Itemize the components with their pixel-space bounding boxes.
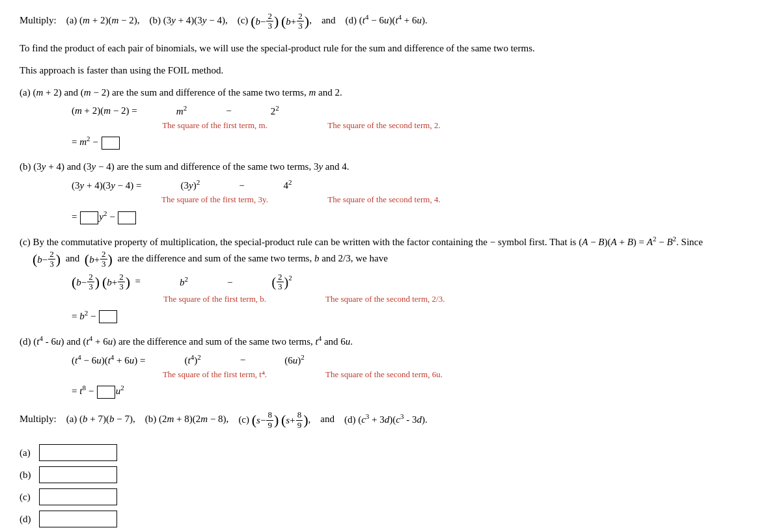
section-c-equation: (b − 23 ) (b + 23 ) = b2 − ( 23 ) 2 [72, 272, 761, 293]
section-b-equation: (3y + 4)(3y − 4) = (3y)2 − 42 [72, 177, 761, 193]
section-d-annotations: The square of the first term, t⁴. The sq… [143, 368, 761, 382]
answer-b-label: (b) [20, 467, 39, 483]
section-c: (c) By the commutative property of multi… [20, 233, 761, 323]
section-c-desc: (c) By the commutative property of multi… [20, 233, 761, 269]
section-b-ann-left: The square of the first term, 3y. [143, 193, 286, 207]
answer-row-b: (b) [20, 466, 761, 483]
section-d-minus: − [240, 352, 245, 367]
section-c-ann-left: The square of the first term, b. [143, 293, 286, 306]
section-b-3y2: (3y)2 [180, 177, 200, 193]
section-a-m2: m2 [176, 103, 187, 119]
answer-b-box[interactable] [39, 466, 117, 483]
section-d-lhs: (t4 − 6u)(t4 + 6u) = [72, 352, 146, 368]
answer-a-label: (a) [20, 445, 39, 460]
top-part-b: (b) (3y + 4)(3y − 4), [149, 15, 227, 25]
section-c-annotations: The square of the first term, b. The squ… [143, 293, 761, 306]
section-a-22: 22 [271, 103, 279, 119]
bottom-multiply-label: Multiply: [20, 414, 57, 425]
section-d-desc: (d) (t4 - 6u) and (t4 + 6u) are the diff… [20, 333, 761, 349]
section-c-expr2: (b + 23 ) [85, 253, 115, 263]
section-d: (d) (t4 - 6u) and (t4 + 6u) are the diff… [20, 333, 761, 399]
intro-para-1: To find the product of each pair of bino… [20, 40, 761, 56]
section-a-annotations: The square of the first term, m. The squ… [143, 119, 761, 133]
bottom-part-d: (d) (c3 + 3d)(c3 - 3d). [344, 414, 428, 425]
section-c-lhs: (b − 23 ) (b + 23 ) = [72, 273, 141, 292]
section-a-ann-left: The square of the first term, m. [143, 119, 286, 133]
section-c-ann-right: The square of the second term, 2/3. [325, 293, 445, 306]
section-b-ann-right: The square of the second term, 4. [325, 193, 443, 207]
answer-a-box[interactable] [39, 444, 117, 461]
section-a-minus: − [226, 103, 231, 118]
answer-c-box[interactable] [39, 488, 117, 505]
bottom-multiply-line: Multiply: (a) (b + 7)(b − 7), (b) (2m + … [20, 410, 761, 430]
and-label: and [322, 15, 336, 25]
answer-row-d: (d) [20, 511, 761, 527]
section-a-result: = m2 − [72, 133, 761, 150]
section-d-ann-left: The square of the first term, t⁴. [143, 368, 286, 382]
answer-section: (a) (b) (c) (d) [20, 444, 761, 527]
section-b-42: 42 [284, 177, 292, 193]
section-c-b2: b2 [180, 274, 188, 290]
bottom-part-c: (c) (s − 89 ) (s + 89 ) , [238, 414, 313, 425]
section-d-ann-right: The square of the second term, 6u. [325, 368, 443, 382]
intro-para-2: This approach is faster than using the F… [20, 62, 761, 78]
section-b-answer-box[interactable] [118, 211, 136, 224]
section-c-minus: − [227, 274, 232, 290]
section-a-desc: (a) (m + 2) and (m − 2) are the sum and … [20, 85, 761, 100]
section-d-equation: (t4 − 6u)(t4 + 6u) = (t4)2 − (6u)2 [72, 352, 761, 368]
answer-d-label: (d) [20, 511, 39, 527]
section-b-coeff-box[interactable] [80, 211, 98, 224]
section-a-ann-right: The square of the second term, 2. [325, 119, 443, 133]
answer-row-c: (c) [20, 488, 761, 505]
section-d-6u2: (6u)2 [284, 352, 305, 368]
section-c-result: = b2 − [72, 308, 761, 324]
top-part-c: (c) (b − 23 ) (b + 23 ) , [238, 15, 314, 25]
section-b-result: = y2 − [72, 208, 761, 224]
section-c-frac2: ( 23 ) 2 [271, 272, 292, 293]
section-a-lhs: (m + 2)(m − 2) = [72, 103, 137, 118]
section-c-answer-box[interactable] [99, 310, 117, 323]
section-a-equation: (m + 2)(m − 2) = m2 − 22 [72, 103, 761, 119]
section-b-minus: − [239, 178, 244, 193]
section-b-annotations: The square of the first term, 3y. The sq… [143, 193, 761, 207]
bottom-part-a: (a) (b + 7)(b − 7), [66, 414, 135, 425]
section-b: (b) (3y + 4) and (3y − 4) are the sum an… [20, 159, 761, 224]
bottom-part-b: (b) (2m + 8)(2m − 8), [145, 414, 229, 425]
section-d-t42: (t4)2 [185, 352, 201, 368]
multiply-label: Multiply: [20, 15, 57, 25]
section-b-lhs: (3y + 4)(3y − 4) = [72, 178, 141, 193]
section-d-answer-box[interactable] [97, 386, 115, 399]
section-a: (a) (m + 2) and (m − 2) are the sum and … [20, 85, 761, 150]
answer-row-a: (a) [20, 444, 761, 461]
top-part-d: (d) (t4 − 6u)(t4 + 6u). [346, 15, 428, 25]
answer-c-label: (c) [20, 489, 39, 505]
answer-d-box[interactable] [39, 511, 117, 527]
top-part-a: (a) (m + 2)(m − 2), [66, 15, 140, 25]
section-a-answer-box[interactable] [102, 137, 120, 150]
section-b-desc: (b) (3y + 4) and (3y − 4) are the sum an… [20, 159, 761, 174]
top-multiply-line: Multiply: (a) (m + 2)(m − 2), (b) (3y + … [20, 12, 761, 31]
section-c-expr1: (b − 23 ) [33, 253, 63, 263]
bottom-and: and [320, 414, 335, 425]
section-d-result: = t8 − u2 [72, 382, 761, 399]
